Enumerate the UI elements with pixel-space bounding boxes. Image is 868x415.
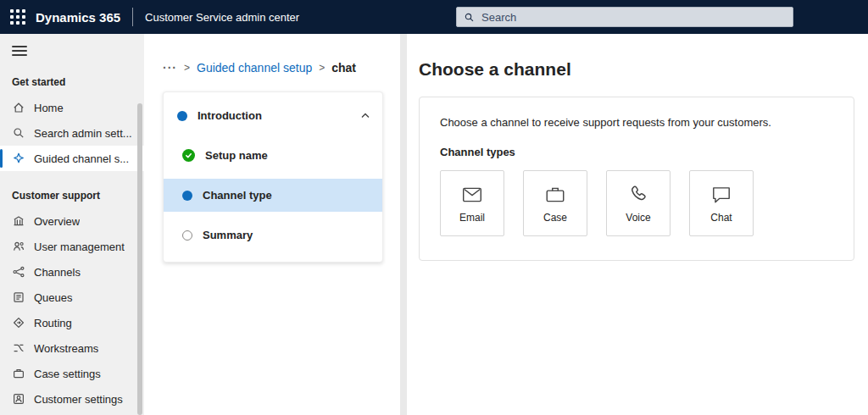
topbar-divider	[132, 8, 133, 26]
step-current-dot-icon	[182, 191, 192, 201]
step-label: Setup name	[205, 149, 268, 162]
wizard-panel: ··· > Guided channel setup > chat Introd…	[144, 34, 400, 415]
sidebar-item-label: Workstreams	[34, 342, 98, 355]
channel-tile-label: Case	[543, 212, 567, 224]
sidebar-item-home[interactable]: Home	[0, 95, 144, 120]
step-summary[interactable]: Summary	[164, 219, 382, 252]
sidebar-item-routing[interactable]: Routing	[0, 310, 144, 335]
wizard-steps-card: Introduction Setup name Channel type Sum…	[163, 91, 383, 263]
channel-description: Choose a channel to receive support requ…	[440, 116, 833, 129]
search-icon	[12, 126, 25, 140]
channels-icon	[12, 265, 25, 279]
sidebar-item-label: Search admin sett...	[34, 127, 132, 140]
step-complete-check-icon	[182, 149, 195, 162]
sidebar-item-workstreams[interactable]: Workstreams	[0, 335, 144, 361]
sidebar: Get started Home Search admin sett... Gu…	[0, 34, 144, 415]
breadcrumb-current: chat	[331, 61, 356, 75]
sidebar-item-overview[interactable]: Overview	[0, 208, 144, 234]
search-icon	[464, 12, 475, 23]
channel-selection-card: Choose a channel to receive support requ…	[419, 97, 854, 261]
collapse-section-button[interactable]	[360, 111, 370, 121]
customer-settings-icon	[12, 392, 25, 406]
step-label: Introduction	[198, 109, 262, 122]
sidebar-item-search-admin-settings[interactable]: Search admin sett...	[0, 120, 144, 146]
sidebar-item-label: Channels	[34, 266, 81, 279]
sidebar-item-case-settings[interactable]: Case settings	[0, 361, 144, 386]
case-icon	[544, 184, 566, 206]
step-current-dot-icon	[177, 111, 187, 121]
app-launcher-icon[interactable]	[0, 0, 36, 34]
page-title: Choose a channel	[419, 59, 854, 80]
step-todo-dot-icon	[182, 230, 192, 241]
queues-icon	[12, 290, 25, 304]
breadcrumb-link-guided-channel-setup[interactable]: Guided channel setup	[197, 61, 312, 75]
user-management-icon	[12, 240, 25, 253]
breadcrumb: ··· > Guided channel setup > chat	[163, 61, 400, 75]
sidebar-scrollbar[interactable]	[137, 103, 142, 415]
chat-icon	[710, 184, 732, 206]
pane-divider	[400, 34, 407, 415]
case-settings-icon	[12, 367, 25, 380]
sidebar-item-guided-channel-setup[interactable]: Guided channel s...	[0, 146, 144, 171]
sidebar-item-label: User management	[34, 241, 125, 253]
sidebar-item-label: Case settings	[34, 368, 101, 380]
channel-tile-case[interactable]: Case	[523, 170, 587, 236]
topbar-search[interactable]	[456, 7, 793, 27]
workstreams-icon	[12, 341, 25, 355]
main-content: Choose a channel Choose a channel to rec…	[407, 34, 868, 415]
sidebar-item-customer-settings[interactable]: Customer settings	[0, 386, 144, 412]
channel-tile-label: Chat	[710, 212, 732, 224]
hamburger-menu-icon[interactable]	[12, 46, 27, 56]
waffle-grid-icon	[10, 9, 25, 25]
voice-icon	[627, 184, 649, 206]
sidebar-item-label: Customer settings	[34, 393, 123, 406]
email-icon	[461, 184, 483, 206]
breadcrumb-separator-icon: >	[319, 62, 325, 74]
step-label: Summary	[203, 229, 253, 241]
sidebar-item-label: Queues	[34, 291, 73, 304]
sidebar-item-queues[interactable]: Queues	[0, 285, 144, 310]
sidebar-item-label: Home	[34, 102, 64, 114]
home-icon	[12, 101, 25, 114]
guided-channel-setup-icon	[12, 152, 25, 165]
channel-tiles: Email Case Voice Chat	[440, 170, 833, 236]
sidebar-item-user-management[interactable]: User management	[0, 234, 144, 259]
channel-tile-chat[interactable]: Chat	[689, 170, 754, 236]
sidebar-section-get-started: Get started	[0, 69, 144, 95]
channel-tile-label: Voice	[626, 212, 650, 224]
channel-tile-email[interactable]: Email	[440, 170, 504, 236]
brand-title[interactable]: Dynamics 365	[36, 10, 120, 25]
step-setup-name[interactable]: Setup name	[164, 139, 382, 172]
chevron-up-icon	[360, 111, 370, 121]
sidebar-item-label: Guided channel s...	[34, 152, 129, 165]
step-channel-type[interactable]: Channel type	[164, 179, 382, 212]
breadcrumb-ellipsis[interactable]: ···	[163, 64, 177, 72]
routing-icon	[12, 316, 25, 329]
channel-tile-label: Email	[459, 212, 485, 224]
topbar: Dynamics 365 Customer Service admin cent…	[0, 0, 868, 34]
overview-icon	[12, 214, 25, 228]
search-input[interactable]	[480, 10, 786, 25]
sidebar-item-channels[interactable]: Channels	[0, 259, 144, 285]
sidebar-section-customer-support: Customer support	[0, 183, 144, 208]
sidebar-item-label: Routing	[34, 317, 72, 329]
app-title: Customer Service admin center	[145, 11, 299, 24]
step-introduction[interactable]: Introduction	[164, 99, 382, 132]
breadcrumb-separator-icon: >	[184, 62, 190, 74]
step-label: Channel type	[203, 189, 272, 202]
channel-types-label: Channel types	[440, 146, 833, 158]
sidebar-item-label: Overview	[34, 215, 80, 228]
channel-tile-voice[interactable]: Voice	[606, 170, 670, 236]
